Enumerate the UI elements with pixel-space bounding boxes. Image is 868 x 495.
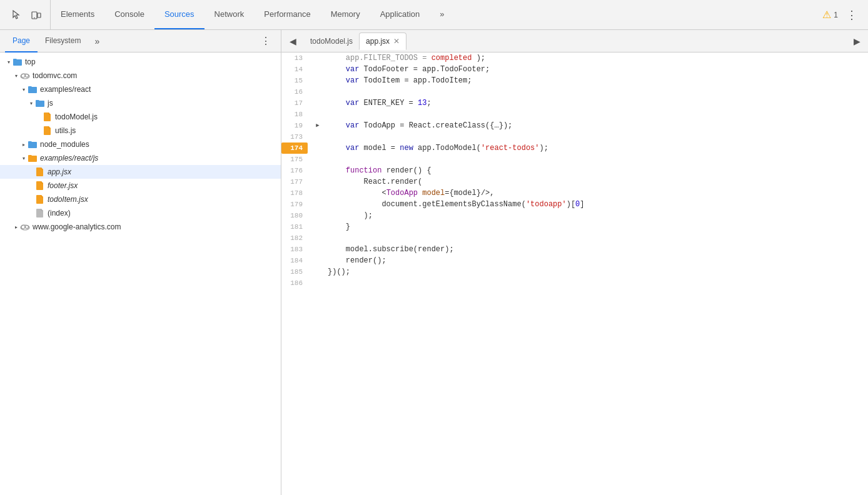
line-num-182[interactable]: 182 (281, 232, 308, 244)
line-num-174[interactable]: 174 (281, 142, 308, 154)
tree-item-utils[interactable]: utils.js (0, 124, 281, 138)
line-num-18[interactable]: 18 (281, 109, 308, 120)
tree-label-footer-jsx: footer.jsx (48, 181, 78, 190)
svg-point-5 (26, 74, 29, 78)
gutter-arrow-185 (313, 266, 323, 278)
gutter-arrow-19[interactable]: ▶ (313, 120, 323, 131)
svg-point-8 (26, 226, 29, 229)
editor-tab-todomodel[interactable]: todoModel.js (304, 32, 359, 50)
code-line-183: model.subscribe(render); (328, 244, 863, 255)
tree-item-examples-react-js[interactable]: ▾examples/react/js (0, 151, 281, 165)
tree-icon-footer-jsx (35, 181, 45, 191)
tree-arrow-todoModel (35, 113, 43, 121)
collapse-left-button[interactable]: ◀ (284, 32, 301, 50)
more-options-button[interactable]: ⋮ (843, 6, 860, 24)
gutter-arrow-180 (313, 210, 323, 221)
code-line-182 (328, 232, 863, 244)
sub-tab-options[interactable]: ⋮ (256, 30, 276, 52)
sub-tab-more[interactable]: » (91, 30, 103, 52)
code-line-176: function render() { (328, 165, 863, 176)
tree-label-utils: utils.js (55, 126, 76, 135)
svg-point-2 (34, 17, 35, 18)
tab-elements[interactable]: Elements (51, 0, 104, 29)
tab-memory[interactable]: Memory (321, 0, 370, 29)
tree-label-examples-react-js: examples/react/js (40, 154, 98, 162)
tree-item-top[interactable]: ▾top (0, 55, 281, 69)
tree-arrow-utils (35, 127, 43, 134)
line-num-186[interactable]: 186 (281, 278, 308, 289)
code-line-177: React.render( (328, 176, 863, 188)
line-num-19[interactable]: 19 (281, 120, 308, 131)
tab-application[interactable]: Application (370, 0, 430, 29)
tree-arrow-google-analytics: ▸ (13, 223, 20, 231)
code-line-181: } (328, 221, 863, 232)
editor-tab-bar: ◀ todoModel.js app.jsx ✕ ▶ (281, 30, 868, 52)
line-num-185[interactable]: 185 (281, 266, 308, 278)
tree-item-app-jsx[interactable]: app.jsx (0, 165, 281, 179)
close-tab-icon[interactable]: ✕ (393, 38, 400, 45)
tree-item-index[interactable]: (index) (0, 206, 281, 220)
tree-item-footer-jsx[interactable]: footer.jsx (0, 179, 281, 192)
nav-right-area: ⚠ 1 ⋮ (817, 0, 865, 29)
line-num-177[interactable]: 177 (281, 176, 308, 188)
line-num-184[interactable]: 184 (281, 255, 308, 266)
svg-rect-1 (38, 13, 41, 18)
code-line-19: var TodoApp = React.createClass({…}); (328, 120, 863, 131)
line-numbers: 1314151617181917317417517617717817918018… (281, 52, 313, 495)
line-num-176[interactable]: 176 (281, 165, 308, 176)
sub-tab-filesystem[interactable]: Filesystem (38, 30, 88, 52)
tree-label-js: js (48, 99, 53, 108)
tab-performance[interactable]: Performance (254, 0, 320, 29)
line-num-15[interactable]: 15 (281, 75, 308, 86)
line-num-181[interactable]: 181 (281, 221, 308, 232)
device-toggle-icon[interactable] (28, 6, 45, 24)
sub-tab-page[interactable]: Page (5, 30, 38, 52)
tree-icon-index (35, 208, 45, 218)
code-line-173 (328, 131, 863, 142)
gutter-arrow-174 (313, 142, 323, 154)
tree-item-todoModel[interactable]: todoModel.js (0, 110, 281, 124)
tab-console[interactable]: Console (104, 0, 154, 29)
tree-icon-examples-react (28, 84, 38, 94)
gutter-arrow-17 (313, 98, 323, 109)
line-num-173[interactable]: 173 (281, 131, 308, 142)
tab-network[interactable]: Network (204, 0, 255, 29)
line-num-13[interactable]: 13 (281, 52, 308, 64)
gutter-arrow-14 (313, 64, 323, 75)
tree-label-todoItem-jsx: todoItem.jsx (48, 195, 88, 204)
right-panel: ◀ todoModel.js app.jsx ✕ ▶ 1314151617181… (281, 30, 868, 495)
line-num-178[interactable]: 178 (281, 188, 308, 199)
collapse-right-button[interactable]: ▶ (848, 32, 865, 50)
tree-item-google-analytics[interactable]: ▸www.google-analytics.com (0, 220, 281, 234)
tree-item-todoItem-jsx[interactable]: todoItem.jsx (0, 192, 281, 206)
line-num-180[interactable]: 180 (281, 210, 308, 221)
tree-arrow-top: ▾ (5, 58, 13, 66)
cursor-icon[interactable] (8, 6, 25, 24)
tree-item-examples-react[interactable]: ▾examples/react (0, 82, 281, 96)
left-panel: Page Filesystem » ⋮ ▾top▾todomvc.com▾exa… (0, 30, 281, 495)
line-num-183[interactable]: 183 (281, 244, 308, 255)
line-num-16[interactable]: 16 (281, 86, 308, 98)
tree-icon-app-jsx (35, 167, 45, 177)
warning-badge[interactable]: ⚠ 1 (822, 9, 838, 21)
code-line-174: var model = new app.TodoModel('react-tod… (328, 142, 863, 154)
code-editor: 1314151617181917317417517617717817918018… (281, 52, 868, 495)
line-num-17[interactable]: 17 (281, 98, 308, 109)
gutter-arrow-16 (313, 86, 323, 98)
line-num-175[interactable]: 175 (281, 154, 308, 165)
tree-item-js[interactable]: ▾js (0, 96, 281, 110)
gutter-arrow-183 (313, 244, 323, 255)
editor-tab-appjsx[interactable]: app.jsx ✕ (359, 32, 406, 50)
gutter-arrow-176 (313, 165, 323, 176)
tree-label-todoModel: todoModel.js (55, 112, 98, 121)
tree-label-index: (index) (48, 209, 71, 218)
more-tabs-button[interactable]: » (430, 0, 454, 29)
line-num-179[interactable]: 179 (281, 199, 308, 210)
tree-icon-utils (43, 126, 53, 136)
gutter-arrow-182 (313, 232, 323, 244)
tree-item-todomvc[interactable]: ▾todomvc.com (0, 69, 281, 82)
tree-item-node_modules[interactable]: ▸node_modules (0, 138, 281, 151)
tab-sources[interactable]: Sources (154, 0, 204, 29)
line-num-14[interactable]: 14 (281, 64, 308, 75)
tree-arrow-app-jsx (28, 168, 35, 176)
